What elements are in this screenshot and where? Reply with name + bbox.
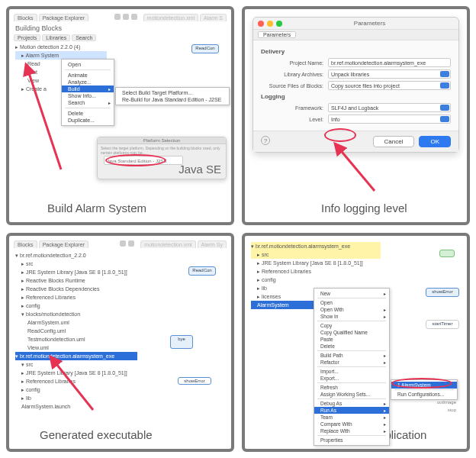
subtab-projects[interactable]: Projects: [14, 34, 40, 41]
tree-node[interactable]: ▸ JRE System Library [Java SE 8 [1.8.0_5…: [251, 259, 381, 267]
menu-copy[interactable]: Copy: [314, 322, 389, 329]
diagram-block[interactable]: startTimer: [426, 320, 459, 329]
subtab-libraries[interactable]: Libraries: [42, 34, 70, 41]
runas-submenu[interactable]: 1 AlarmSystem Run Configurations...: [391, 379, 458, 400]
tree-node[interactable]: ▾ src: [15, 360, 137, 369]
tab-editor-faded[interactable]: motiondetection.xml: [143, 14, 198, 21]
tree-node[interactable]: ▾ br.ref.motiondetection.alarmsystem_exe: [251, 242, 381, 250]
menu-replace-with[interactable]: Replace With: [314, 427, 389, 434]
menu-duplicate[interactable]: Duplicate...: [62, 117, 114, 124]
menu-show-in[interactable]: Show In: [314, 313, 389, 320]
tab-blocks[interactable]: Blocks: [14, 240, 37, 248]
tool-icon[interactable]: [120, 240, 126, 247]
tree-root[interactable]: ▸ Motion detection 2.2.0 (4): [15, 43, 107, 51]
menu-open[interactable]: Open: [314, 299, 389, 306]
tree-node[interactable]: Testmotiondetection.uml: [15, 335, 137, 344]
menu-search[interactable]: Search: [62, 99, 114, 106]
tree-node[interactable]: AlarmSystem.uml: [15, 318, 137, 327]
tree-node[interactable]: ▸ Referenced Libraries: [15, 377, 137, 385]
tree-node[interactable]: ▸ config: [251, 276, 381, 284]
menu-delete[interactable]: Delete: [62, 110, 114, 117]
diagram-block[interactable]: ReadCon: [188, 266, 216, 276]
menu-assign-ws[interactable]: Assign Working Sets...: [314, 391, 389, 398]
project-name-field[interactable]: br.ref.motiondetection.alarmsystem_exe: [328, 58, 451, 67]
tree-node[interactable]: ▸ JRE System Library [Java SE 8 [1.8.0_5…: [15, 369, 137, 377]
tool-icon[interactable]: [114, 14, 121, 20]
tab-editor-faded[interactable]: Alarm Sy: [198, 240, 227, 248]
context-menu[interactable]: Open Animate Analyze... Build Show Info.…: [61, 59, 114, 126]
diagram-block[interactable]: bye: [170, 335, 193, 349]
tab-parameters[interactable]: Parameters: [258, 31, 296, 38]
diagram-block[interactable]: showError: [426, 288, 459, 297]
context-menu[interactable]: New Open Open With Show In Copy Copy Qua…: [314, 288, 390, 446]
tree-node[interactable]: ▸ Referenced Libraries: [251, 267, 381, 276]
menu-copy-qualified[interactable]: Copy Qualified Name: [314, 329, 389, 336]
cancel-button[interactable]: Cancel: [373, 136, 415, 147]
tree-node[interactable]: ▾ blocks/motiondetection: [15, 310, 137, 318]
menu-paste[interactable]: Paste: [314, 336, 389, 343]
platform-field[interactable]: Java Standard Edition - J2SE: [104, 156, 183, 165]
menu-import[interactable]: Import...: [314, 368, 389, 375]
tree-node[interactable]: ▾ br.ref.motiondetection_2.2.0: [15, 251, 137, 260]
tree-node[interactable]: ReadConfig.uml: [15, 327, 137, 335]
source-files-dropdown[interactable]: Copy source files into project: [328, 81, 451, 90]
menu-properties[interactable]: Properties: [314, 437, 389, 443]
close-icon[interactable]: [258, 21, 264, 27]
level-dropdown[interactable]: Info: [328, 114, 451, 124]
help-icon[interactable]: ?: [261, 136, 270, 145]
menu-showinfo[interactable]: Show Info...: [62, 92, 114, 99]
panel-caption: Build Alarm System: [47, 202, 146, 214]
menu-build-path[interactable]: Build Path: [314, 352, 389, 359]
tree-node[interactable]: ▸ config: [15, 302, 137, 310]
tree-node[interactable]: ▸ src: [251, 250, 381, 259]
menu-debug-as[interactable]: Debug As: [314, 400, 389, 407]
runas-run-configurations[interactable]: Run Configurations...: [391, 391, 457, 398]
menu-new[interactable]: New: [314, 290, 389, 297]
package-explorer-tree[interactable]: ▾ br.ref.motiondetection_2.2.0 ▸ src ▸ J…: [15, 251, 137, 411]
diagram-block[interactable]: [439, 250, 455, 257]
tree-node[interactable]: ▸ lib: [15, 394, 137, 402]
tree-node[interactable]: View.uml: [15, 344, 137, 352]
tool-icon[interactable]: [128, 240, 134, 247]
tool-icon[interactable]: [123, 14, 129, 20]
diagram-block[interactable]: showError: [178, 377, 211, 385]
menu-export[interactable]: Export...: [314, 375, 389, 382]
submenu-rebuild-j2se[interactable]: Re-Build for Java Standard Edition - J2S…: [116, 96, 229, 103]
tree-node[interactable]: ▸ config: [15, 385, 137, 394]
runas-alarmsystem[interactable]: 1 AlarmSystem: [391, 382, 457, 389]
toolbar-icons: [120, 240, 134, 248]
menu-animate[interactable]: Animate: [62, 72, 114, 79]
tab-editor-faded[interactable]: motiondetection.xml: [140, 240, 195, 248]
tool-icon[interactable]: [131, 14, 137, 20]
zoom-icon[interactable]: [276, 21, 282, 27]
menu-refresh[interactable]: Refresh: [314, 384, 389, 391]
tree-node[interactable]: ▸ Referenced Libraries: [15, 293, 137, 302]
tree-selected-exe[interactable]: ▾ br.ref.motiondetection.alarmsystem_exe: [15, 352, 137, 360]
tab-package-explorer[interactable]: Package Explorer: [39, 240, 88, 248]
menu-refactor[interactable]: Refactor: [314, 359, 389, 366]
tree-node[interactable]: ▸ Reactive Blocks Dependencies: [15, 285, 137, 293]
tree-node[interactable]: ▸ Reactive Blocks Runtime: [15, 276, 137, 285]
build-submenu[interactable]: Select Build Target Platform... Re-Build…: [115, 87, 230, 105]
tree-node[interactable]: AlarmSystem.launch: [15, 402, 137, 411]
menu-analyze[interactable]: Analyze...: [62, 79, 114, 85]
menu-build[interactable]: Build: [62, 85, 114, 92]
menu-run-as[interactable]: Run As: [314, 407, 389, 414]
menu-delete[interactable]: Delete: [314, 343, 389, 350]
ok-button[interactable]: OK: [419, 136, 451, 147]
tab-package-explorer[interactable]: Package Explorer: [39, 14, 88, 21]
diagram-block[interactable]: ReadCon: [191, 44, 219, 53]
tab-editor-faded[interactable]: Alarm S: [200, 14, 227, 21]
tree-node[interactable]: ▸ JRE System Library [Java SE 8 [1.8.0_5…: [15, 268, 137, 276]
menu-compare-with[interactable]: Compare With: [314, 421, 389, 427]
framework-dropdown[interactable]: SLF4J and Logback: [328, 103, 451, 112]
menu-open[interactable]: Open: [62, 61, 114, 68]
minimize-icon[interactable]: [267, 21, 273, 27]
library-archives-dropdown[interactable]: Unpack libraries: [328, 69, 451, 79]
tab-blocks[interactable]: Blocks: [14, 14, 37, 21]
tree-node[interactable]: ▸ src: [15, 260, 137, 268]
subtab-search[interactable]: Search: [72, 34, 96, 41]
menu-team[interactable]: Team: [314, 414, 389, 421]
menu-open-with[interactable]: Open With: [314, 306, 389, 313]
submenu-select-target[interactable]: Select Build Target Platform...: [116, 89, 229, 96]
